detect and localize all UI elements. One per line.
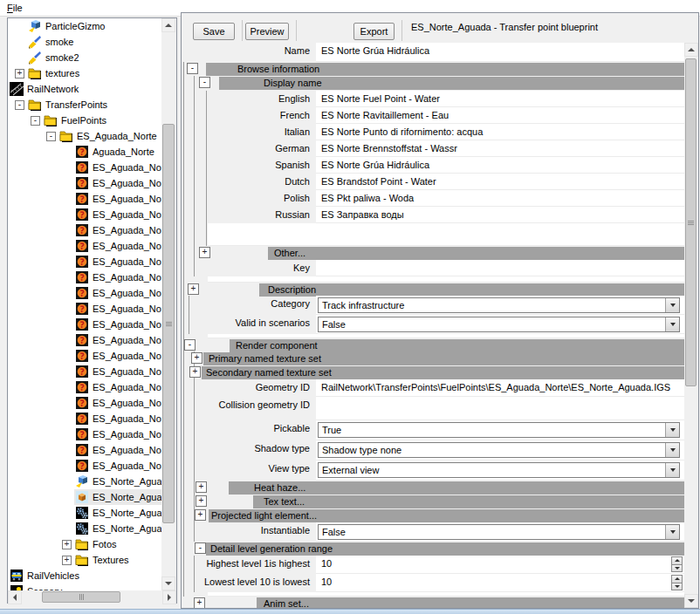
tree-item-es-aguada-nort[interactable]: ES_Aguada_Nort: [8, 332, 161, 348]
tree-item-es-aguada-nort[interactable]: ES_Aguada_Nort: [8, 442, 161, 458]
field-name[interactable]: ES Norte Grúa Hidráulica: [316, 43, 684, 62]
tree-item-es-aguada-nort[interactable]: ES_Aguada_Nort: [8, 285, 161, 301]
expand-icon[interactable]: +: [195, 509, 206, 521]
tree-item-es-norte-aguad[interactable]: ES_Norte_Aguad: [8, 474, 161, 489]
combo-pickable[interactable]: True: [318, 422, 680, 438]
field-russian[interactable]: ES Заправка воды: [316, 207, 684, 223]
tree-item-label: smoke2: [45, 52, 79, 63]
tree-item-fotos[interactable]: +Fotos: [8, 536, 161, 552]
tree-item-es-norte-aguad[interactable]: ES_Norte_Aguad: [8, 505, 161, 521]
combo-valid-in-scenarios[interactable]: False: [318, 317, 680, 332]
export-button[interactable]: Export: [353, 23, 395, 40]
field-geometry-id[interactable]: RailNetwork\TransferPoints\FuelPoints\ES…: [316, 379, 684, 397]
tree-item-es-norte-aguad[interactable]: ES_Norte_Aguad: [8, 489, 161, 505]
tree-item-es-aguada-nort[interactable]: ES_Aguada_Nort: [8, 238, 161, 254]
collapse-icon[interactable]: -: [187, 63, 198, 74]
tree-item-railnetwork[interactable]: RailNetwork: [8, 81, 161, 97]
combo-shadow-type[interactable]: Shadow type none: [318, 442, 680, 458]
tree-item-es-aguada-nort[interactable]: ES_Aguada_Nort: [8, 395, 161, 411]
field-french[interactable]: ES Norte Ravitaillement - Eau: [316, 107, 684, 124]
chevron-down-icon[interactable]: [665, 463, 679, 477]
tree-vscroll-thumb[interactable]: [162, 124, 175, 523]
scroll-right-icon[interactable]: [162, 590, 176, 604]
combo-instantiable[interactable]: False: [318, 524, 680, 540]
chevron-down-icon[interactable]: [665, 423, 679, 437]
field-collision-geometry-id[interactable]: [316, 397, 684, 420]
field-polish[interactable]: ES Pkt paliwa - Woda: [316, 190, 684, 207]
tree-item-particlegizmo[interactable]: ParticleGizmo: [8, 18, 161, 34]
save-button[interactable]: Save: [193, 23, 235, 40]
expand-icon[interactable]: +: [62, 556, 72, 565]
field-spanish[interactable]: ES Norte Grúa Hidráulica: [316, 157, 684, 174]
combo-view-type[interactable]: External view: [318, 462, 680, 478]
menu-file[interactable]: File: [0, 1, 30, 15]
combo-category[interactable]: Track infrastructure: [318, 297, 680, 313]
tree-item-es-aguada-nort[interactable]: ES_Aguada_Nort: [8, 222, 161, 238]
tree-item-es-norte-aguad[interactable]: ES_Norte_Aguad: [8, 521, 161, 536]
form-vscroll-thumb[interactable]: [685, 58, 697, 386]
tree-item-es-aguada-nort[interactable]: ES_Aguada_Nort: [8, 348, 161, 364]
collapse-icon[interactable]: -: [15, 100, 24, 110]
tree-item-es-aguada-nort[interactable]: ES_Aguada_Nort: [8, 191, 161, 207]
chevron-down-icon[interactable]: [665, 298, 679, 312]
row-french: FrenchES Norte Ravitaillement - Eau: [182, 107, 684, 124]
collapse-icon[interactable]: -: [31, 116, 40, 126]
expand-icon[interactable]: +: [191, 352, 202, 364]
tree-hscroll-thumb[interactable]: [42, 591, 120, 603]
tree-item-textures[interactable]: +Textures: [8, 552, 161, 568]
collapse-icon[interactable]: -: [195, 542, 206, 554]
expand-icon[interactable]: +: [194, 597, 205, 608]
tree-item-es-aguada-nort[interactable]: ES_Aguada_Nort: [8, 207, 161, 222]
preview-button[interactable]: Preview: [245, 23, 289, 40]
field-lowest-level-10-is-lowest[interactable]: 10: [316, 574, 684, 592]
field-dutch[interactable]: ES Brandstof Point - Water: [316, 174, 684, 190]
tree-item-es-aguada-nort[interactable]: ES_Aguada_Nort: [8, 364, 161, 379]
tree-item-transferpoints[interactable]: -TransferPoints: [8, 97, 161, 113]
collapse-icon[interactable]: -: [199, 77, 210, 88]
tree-item-es-aguada-nort[interactable]: ES_Aguada_Nort: [8, 254, 161, 269]
expand-icon[interactable]: +: [189, 366, 201, 378]
tree-item-es-aguada-nort[interactable]: ES_Aguada_Nort: [8, 269, 161, 285]
tree-item-es-aguada-nort[interactable]: ES_Aguada_Nort: [8, 160, 161, 175]
collapse-icon[interactable]: -: [46, 132, 56, 141]
row-english: EnglishES Norte Fuel Point - Water: [182, 91, 684, 107]
scroll-down-icon[interactable]: [684, 594, 698, 608]
scroll-left-icon[interactable]: [8, 590, 22, 604]
expand-icon[interactable]: +: [15, 69, 24, 78]
spin-down-icon[interactable]: [671, 564, 683, 573]
collapse-icon[interactable]: -: [184, 339, 196, 351]
spin-down-icon[interactable]: [671, 583, 683, 591]
tree-item-body: ES_Norte_Aguad: [74, 489, 161, 505]
field-highest-level-1is-highest[interactable]: 10: [316, 556, 684, 574]
tree-item-railvehicles[interactable]: RailVehicles: [8, 568, 161, 583]
field-english[interactable]: ES Norte Fuel Point - Water: [316, 91, 684, 107]
tree-item-es-aguada-norte[interactable]: -ES_Aguada_Norte: [8, 128, 161, 144]
expand-icon[interactable]: +: [62, 540, 72, 549]
tree-item-es-aguada-nort[interactable]: ES_Aguada_Nort: [8, 411, 161, 426]
expand-icon[interactable]: +: [199, 247, 210, 258]
tree-item-scenery[interactable]: Scenery: [8, 583, 161, 590]
chevron-down-icon[interactable]: [665, 443, 679, 457]
tree-item-fuelpoints[interactable]: -FuelPoints: [8, 113, 161, 128]
scroll-up-icon[interactable]: [684, 43, 698, 57]
tree-item-es-aguada-nort[interactable]: ES_Aguada_Nort: [8, 317, 161, 332]
expand-icon[interactable]: +: [188, 283, 199, 295]
tree-item-es-aguada-nort[interactable]: ES_Aguada_Nort: [8, 426, 161, 442]
tree-item-es-aguada-nort[interactable]: ES_Aguada_Nort: [8, 301, 161, 317]
field-italian[interactable]: ES Norte Punto di rifornimento: acqua: [316, 124, 684, 140]
tree-item-aguada-norte[interactable]: Aguada_Norte: [8, 144, 161, 160]
chevron-down-icon[interactable]: [665, 317, 679, 331]
scroll-down-icon[interactable]: [161, 576, 175, 590]
tree-item-es-aguada-nort[interactable]: ES_Aguada_Nort: [8, 175, 161, 191]
tree-item-smoke2[interactable]: smoke2: [8, 50, 161, 65]
field-key[interactable]: [316, 260, 684, 276]
tree-item-es-aguada-nort[interactable]: ES_Aguada_Nort: [8, 458, 161, 474]
scroll-up-icon[interactable]: [161, 18, 175, 32]
chevron-down-icon[interactable]: [665, 525, 679, 539]
tree-item-es-aguada-nort[interactable]: ES_Aguada_Nort: [8, 379, 161, 395]
tree-item-textures[interactable]: +textures: [8, 65, 161, 81]
expand-icon[interactable]: +: [196, 481, 207, 493]
field-german[interactable]: ES Norte Brennstoffstat - Wassr: [316, 140, 684, 157]
tree-item-smoke[interactable]: smoke: [8, 34, 161, 50]
expand-icon[interactable]: +: [196, 495, 207, 507]
